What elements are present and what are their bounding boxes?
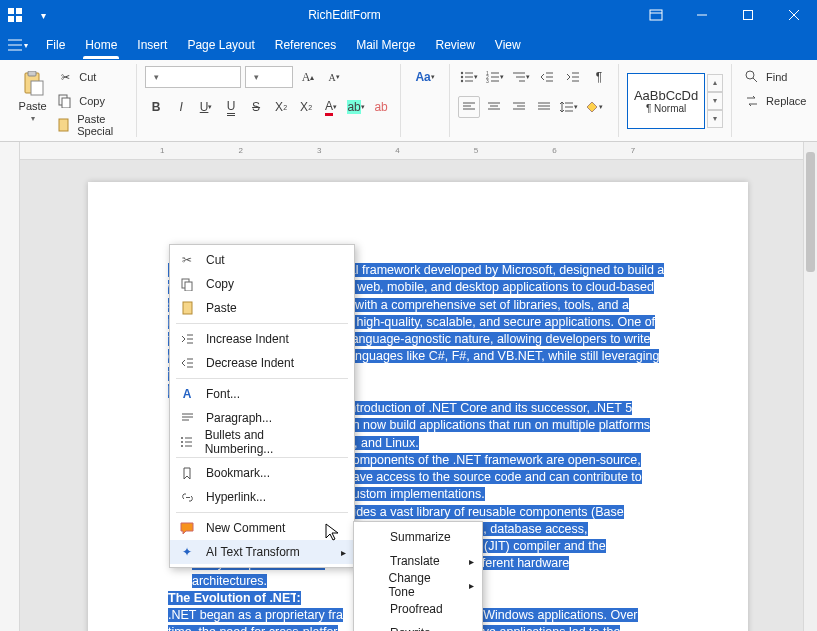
scrollbar-thumb[interactable]: [806, 152, 815, 272]
paragraph-icon: [178, 409, 196, 427]
tab-review[interactable]: Review: [426, 31, 485, 59]
minimize-button[interactable]: [679, 0, 725, 30]
ctx-font[interactable]: AFont...: [170, 382, 354, 406]
highlight-button[interactable]: ab▾: [345, 96, 367, 118]
ai-submenu: Summarize Translate▸ Change Tone▸ Proofr…: [353, 521, 483, 631]
svg-point-21: [461, 76, 463, 78]
paste-button[interactable]: Paste ▾: [16, 66, 49, 127]
underline-button[interactable]: U▾: [195, 96, 217, 118]
ai-summarize[interactable]: Summarize: [354, 525, 482, 549]
ai-change-tone[interactable]: Change Tone▸: [354, 573, 482, 597]
italic-button[interactable]: I: [170, 96, 192, 118]
ribbon: Paste ▾ ✂Cut Copy Paste Special ▾ ▾ A▴ A…: [0, 60, 817, 142]
align-right-button[interactable]: [508, 96, 530, 118]
ctx-paragraph[interactable]: Paragraph...: [170, 406, 354, 430]
tab-page-layout[interactable]: Page Layout: [177, 31, 264, 59]
close-button[interactable]: [771, 0, 817, 30]
svg-point-23: [461, 80, 463, 82]
horizontal-ruler: 1234567: [20, 142, 803, 160]
copy-button[interactable]: Copy: [53, 90, 128, 112]
group-case: Aa▾: [401, 64, 450, 137]
grow-font-button[interactable]: A▴: [297, 66, 319, 88]
font-size-combo[interactable]: ▾: [245, 66, 293, 88]
shrink-font-button[interactable]: A▾: [323, 66, 345, 88]
qat-dropdown[interactable]: ▾: [30, 10, 56, 21]
link-icon: [178, 488, 196, 506]
find-button[interactable]: Find: [740, 66, 810, 88]
ctx-decrease-indent[interactable]: Decrease Indent: [170, 351, 354, 375]
tab-references[interactable]: References: [265, 31, 346, 59]
context-menu: ✂Cut Copy Paste Increase Indent Decrease…: [169, 244, 355, 568]
style-down-button[interactable]: ▾: [707, 92, 723, 110]
ctx-cut[interactable]: ✂Cut: [170, 248, 354, 272]
ribbon-display-button[interactable]: [633, 0, 679, 30]
numbering-button[interactable]: 123▾: [484, 66, 506, 88]
ctx-copy[interactable]: Copy: [170, 272, 354, 296]
group-styles: AaBbCcDd ¶ Normal ▴ ▾ ▾: [619, 64, 732, 137]
svg-rect-2: [8, 16, 14, 22]
decrease-indent-icon: [178, 354, 196, 372]
tab-mail-merge[interactable]: Mail Merge: [346, 31, 425, 59]
app-icon: [0, 8, 30, 22]
tab-file[interactable]: File: [36, 31, 75, 59]
ctx-paste[interactable]: Paste: [170, 296, 354, 320]
subscript-button[interactable]: X2: [295, 96, 317, 118]
double-underline-button[interactable]: U: [220, 96, 242, 118]
svg-point-71: [181, 441, 183, 443]
bullets-button[interactable]: ▾: [458, 66, 480, 88]
ctx-hyperlink[interactable]: Hyperlink...: [170, 485, 354, 509]
clear-format-button[interactable]: ab: [370, 96, 392, 118]
change-case-button[interactable]: Aa▾: [409, 66, 441, 88]
svg-rect-59: [183, 302, 192, 314]
ai-rewrite[interactable]: Rewrite: [354, 621, 482, 631]
tab-insert[interactable]: Insert: [127, 31, 177, 59]
strikethrough-button[interactable]: S: [245, 96, 267, 118]
ctx-bullets[interactable]: Bullets and Numbering...: [170, 430, 354, 454]
paste-label: Paste: [19, 100, 47, 112]
paste-icon: [19, 70, 47, 98]
chevron-right-icon: ▸: [469, 580, 474, 591]
ctx-ai-transform[interactable]: ✦AI Text Transform▸: [170, 540, 354, 564]
style-more-button[interactable]: ▾: [707, 110, 723, 128]
ribbon-tabs: ▾ File Home Insert Page Layout Reference…: [0, 30, 817, 60]
hamburger-icon[interactable]: ▾: [6, 33, 30, 57]
tab-view[interactable]: View: [485, 31, 531, 59]
vertical-scrollbar[interactable]: [803, 142, 817, 631]
svg-point-73: [181, 445, 183, 447]
cut-button[interactable]: ✂Cut: [53, 66, 128, 88]
pilcrow-button[interactable]: ¶: [588, 66, 610, 88]
style-scroll: ▴ ▾ ▾: [707, 74, 723, 128]
ctx-bookmark[interactable]: Bookmark...: [170, 461, 354, 485]
ctx-increase-indent[interactable]: Increase Indent: [170, 327, 354, 351]
font-name-combo[interactable]: ▾: [145, 66, 241, 88]
bold-button[interactable]: B: [145, 96, 167, 118]
shading-button[interactable]: ▾: [583, 96, 605, 118]
replace-button[interactable]: Replace: [740, 90, 810, 112]
maximize-button[interactable]: [725, 0, 771, 30]
title-bar: ▾ RichEditForm: [0, 0, 817, 30]
font-color-button[interactable]: A▾: [320, 96, 342, 118]
svg-rect-14: [28, 71, 36, 76]
bookmark-icon: [178, 464, 196, 482]
paste-special-icon: [57, 117, 71, 133]
ai-translate[interactable]: Translate▸: [354, 549, 482, 573]
superscript-button[interactable]: X2: [270, 96, 292, 118]
align-left-button[interactable]: [458, 96, 480, 118]
sparkle-icon: ✦: [178, 543, 196, 561]
style-up-button[interactable]: ▴: [707, 74, 723, 92]
ctx-new-comment[interactable]: New Comment: [170, 516, 354, 540]
decrease-indent-button[interactable]: [536, 66, 558, 88]
tab-home[interactable]: Home: [75, 31, 127, 59]
ai-proofread[interactable]: Proofread: [354, 597, 482, 621]
svg-rect-4: [650, 10, 662, 20]
svg-rect-7: [744, 11, 753, 20]
paste-special-button[interactable]: Paste Special: [53, 114, 128, 136]
justify-button[interactable]: [533, 96, 555, 118]
svg-rect-58: [185, 282, 192, 291]
style-normal[interactable]: AaBbCcDd ¶ Normal: [627, 73, 705, 129]
align-center-button[interactable]: [483, 96, 505, 118]
multilevel-button[interactable]: ▾: [510, 66, 532, 88]
increase-indent-button[interactable]: [562, 66, 584, 88]
scissors-icon: ✂: [178, 251, 196, 269]
line-spacing-button[interactable]: ▾: [558, 96, 580, 118]
